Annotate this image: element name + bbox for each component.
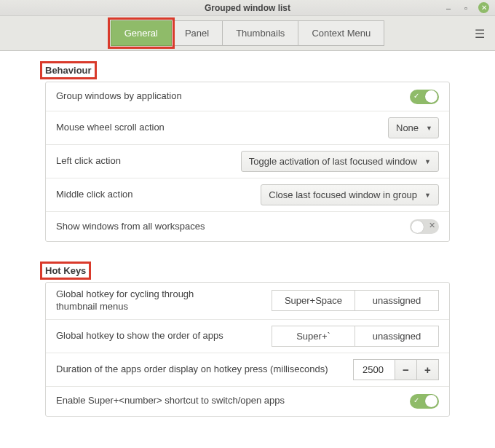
label-middle-click: Middle click action xyxy=(56,189,261,201)
caret-down-icon: ▼ xyxy=(426,125,432,132)
hotkeys-panel: Global hotkey for cycling through thumbn… xyxy=(45,282,450,417)
spinner-duration-value[interactable]: 2500 xyxy=(353,359,395,380)
close-button[interactable]: ✕ xyxy=(478,2,489,13)
behaviour-panel: Group windows by application ✓ Mouse whe… xyxy=(45,82,450,242)
row-middle-click: Middle click action Close last focused w… xyxy=(46,178,449,212)
toggle-enable-super-num[interactable]: ✓ xyxy=(410,394,439,409)
content-area: Behaviour Group windows by application ✓… xyxy=(0,51,495,448)
hotkey-pair-cycle-thumb: Super+Space unassigned xyxy=(272,290,439,311)
toggle-show-all-ws[interactable]: ✕ xyxy=(410,219,439,234)
hamburger-menu-icon[interactable]: ☰ xyxy=(475,27,485,41)
maximize-button[interactable]: ▫ xyxy=(461,3,471,13)
hotkey-cycle-thumb-2[interactable]: unassigned xyxy=(355,290,439,311)
section-heading-behaviour: Behaviour xyxy=(42,63,95,77)
tabs: General Panel Thumbnails Context Menu xyxy=(111,20,385,46)
spinner-increment-button[interactable]: + xyxy=(417,359,439,380)
label-left-click: Left click action xyxy=(56,155,241,168)
toggle-group-by-app[interactable]: ✓ xyxy=(410,90,439,104)
window-title: Grouped window list xyxy=(205,3,290,13)
label-duration: Duration of the apps order display on ho… xyxy=(56,363,353,376)
label-show-all-ws: Show windows from all workspaces xyxy=(56,221,410,233)
row-mouse-wheel: Mouse wheel scroll action None ▼ xyxy=(46,111,449,145)
window-controls: – ▫ ✕ xyxy=(443,2,489,13)
tab-bar: General Panel Thumbnails Context Menu ☰ xyxy=(0,16,495,51)
caret-down-icon: ▼ xyxy=(424,192,431,199)
row-show-all-ws: Show windows from all workspaces ✕ xyxy=(46,212,449,241)
tab-context-menu[interactable]: Context Menu xyxy=(298,20,384,46)
titlebar: Grouped window list – ▫ ✕ xyxy=(0,0,495,16)
section-heading-hotkeys: Hot Keys xyxy=(42,264,89,278)
hotkey-show-order-2[interactable]: unassigned xyxy=(355,326,439,347)
label-mouse-wheel: Mouse wheel scroll action xyxy=(56,122,388,134)
label-show-order: Global hotkey to show the order of apps xyxy=(56,330,272,342)
select-mouse-wheel[interactable]: None ▼ xyxy=(388,117,439,138)
select-left-click[interactable]: Toggle activation of last focused window… xyxy=(241,151,439,172)
select-mouse-wheel-value: None xyxy=(396,122,419,133)
row-cycle-thumb: Global hotkey for cycling through thumbn… xyxy=(46,283,449,320)
hotkey-cycle-thumb-1[interactable]: Super+Space xyxy=(272,290,355,311)
tab-thumbnails[interactable]: Thumbnails xyxy=(223,20,298,46)
row-show-order: Global hotkey to show the order of apps … xyxy=(46,320,449,353)
tab-panel[interactable]: Panel xyxy=(172,20,223,46)
row-duration: Duration of the apps order display on ho… xyxy=(46,353,449,387)
label-group-by-app: Group windows by application xyxy=(56,90,410,103)
select-middle-click[interactable]: Close last focused window in group ▼ xyxy=(261,184,439,205)
label-enable-super-num: Enable Super+<number> shortcut to switch… xyxy=(56,395,410,407)
tab-general[interactable]: General xyxy=(111,20,172,46)
spinner-decrement-button[interactable]: − xyxy=(395,359,417,380)
row-left-click: Left click action Toggle activation of l… xyxy=(46,145,449,178)
label-cycle-thumb: Global hotkey for cycling through thumbn… xyxy=(56,288,223,313)
select-middle-click-value: Close last focused window in group xyxy=(269,189,417,200)
spinner-duration: 2500 − + xyxy=(353,359,439,380)
caret-down-icon: ▼ xyxy=(424,158,431,165)
hotkey-pair-show-order: Super+` unassigned xyxy=(272,326,439,347)
settings-window: Grouped window list – ▫ ✕ General Panel … xyxy=(0,0,495,448)
hotkey-show-order-1[interactable]: Super+` xyxy=(272,326,355,347)
row-enable-super-num: Enable Super+<number> shortcut to switch… xyxy=(46,387,449,416)
select-left-click-value: Toggle activation of last focused window xyxy=(249,156,417,167)
minimize-button[interactable]: – xyxy=(443,3,454,13)
row-group-by-app: Group windows by application ✓ xyxy=(46,82,449,111)
